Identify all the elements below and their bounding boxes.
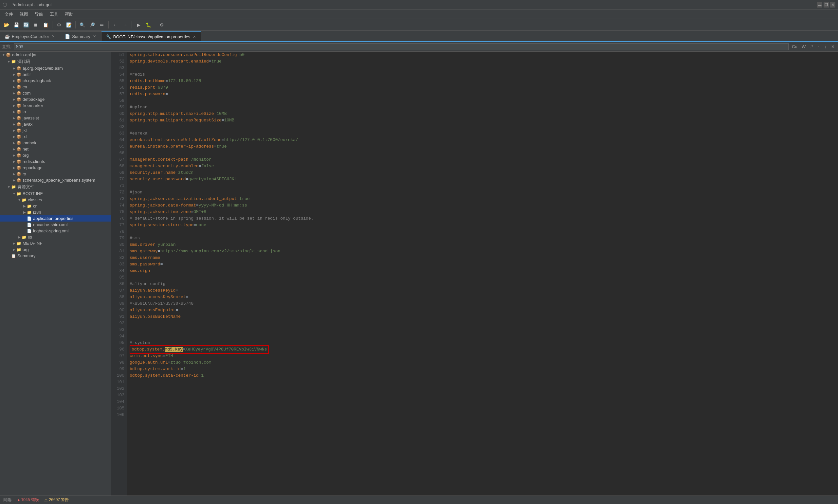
tab-bar: ☕ EmployeeController ✕ 📄 Summary ✕ 🔧 BOO… <box>0 31 838 42</box>
sidebar-item-ehcache[interactable]: ▶ 📄 ehcache-shiro.xml <box>0 221 111 228</box>
error-icon: ● <box>17 498 20 502</box>
tab-employee[interactable]: ☕ EmployeeController ✕ <box>0 32 60 41</box>
tab-summary[interactable]: 📄 Summary ✕ <box>60 32 102 41</box>
tab-summary-close[interactable]: ✕ <box>92 34 96 39</box>
menu-tools[interactable]: 工具 <box>47 10 61 19</box>
toolbar-save[interactable]: 💾 <box>12 21 20 29</box>
sidebar-item-ajorgobjectwebasm[interactable]: ▶📦aj.org.objectweb.asm <box>0 65 111 71</box>
status-warnings: ⚠ 26697 警告 <box>44 497 69 503</box>
sidebar-item-redisclients[interactable]: ▶📦redis.clients <box>0 158 111 165</box>
sidebar-item-javassist[interactable]: ▶📦javassist <box>0 115 111 121</box>
toolbar-sep-4 <box>131 21 132 29</box>
code-container[interactable]: 5152535455565758596061626364656667686970… <box>111 52 838 496</box>
line-number-85: 85 <box>114 274 124 281</box>
toolbar-run[interactable]: ▶ <box>134 21 143 29</box>
line-number-87: 87 <box>114 287 124 294</box>
close-button[interactable]: ✕ <box>830 2 835 7</box>
resources-icon: 📁 <box>11 184 16 189</box>
sidebar-item-net[interactable]: ▶📦net <box>0 146 111 152</box>
toolbar-log[interactable]: 📋 <box>41 21 50 29</box>
code-line-69: security.user.name=ztuoCn <box>130 169 838 176</box>
sidebar-section-resources[interactable]: ▼ 📁 资源文件 <box>0 183 111 191</box>
sidebar-item-rx[interactable]: ▶📦rx <box>0 171 111 177</box>
sidebar-item-summary[interactable]: ▶ 📋 Summary <box>0 253 111 259</box>
minimize-button[interactable]: — <box>817 2 822 7</box>
sidebar-item-lombok[interactable]: ▶📦lombok <box>0 140 111 146</box>
code-line-81: sms.gateway=https://sms.yunpian.com/v2/s… <box>130 248 838 255</box>
sidebar-item-chqoslogback[interactable]: ▶📦ch.qos.logback <box>0 77 111 84</box>
title-bar-controls[interactable]: — ❐ ✕ <box>817 2 835 7</box>
menu-file[interactable]: 文件 <box>1 10 16 19</box>
toolbar-searchprev[interactable]: ⬅ <box>97 21 106 29</box>
sidebar-item-classes-cn[interactable]: ▶ 📁 cn <box>0 203 111 209</box>
sidebar-item-classes[interactable]: ▼ 📁 classes <box>0 197 111 203</box>
toolbar-stop[interactable]: ⏹ <box>32 21 40 29</box>
sidebar-item-appprops[interactable]: ▶ 📄 application.properties <box>0 215 111 221</box>
code-line-74: spring.jackson.date-format=yyyy-MM-dd HH… <box>130 202 838 209</box>
search-close-btn[interactable]: ✕ <box>830 43 836 50</box>
search-word-btn[interactable]: W <box>800 43 807 50</box>
code-line-56: redis.port=6379 <box>130 85 838 91</box>
search-input[interactable] <box>14 43 789 50</box>
line-number-93: 93 <box>114 327 124 333</box>
line-number-58: 58 <box>114 97 124 104</box>
sidebar-item-jxl[interactable]: ▶📦jxl <box>0 133 111 140</box>
toolbar-searchnext[interactable]: 🔎 <box>88 21 96 29</box>
toolbar-settings[interactable]: ⚙ <box>158 21 166 29</box>
status-errors: ● 1045 错误 <box>17 497 39 503</box>
line-number-102: 102 <box>114 385 124 392</box>
sidebar-item-freemarker[interactable]: ▶📦freemarker <box>0 103 111 109</box>
maximize-button[interactable]: ❐ <box>824 2 829 7</box>
sidebar-section-sourcecode[interactable]: ▼ 📁 源代码 <box>0 58 111 65</box>
code-line-96: bdtop.system.md5.key=XeHGyeyrVgOV4P8Uf70… <box>130 346 838 353</box>
sidebar-item-repackage[interactable]: ▶📦repackage <box>0 165 111 171</box>
sidebar-item-bootinf[interactable]: ▼ 📁 BOOT-INF <box>0 191 111 197</box>
sidebar-item-logback[interactable]: ▶ 📄 logback-spring.xml <box>0 228 111 234</box>
line-number-62: 62 <box>114 124 124 130</box>
menu-navigate[interactable]: 导航 <box>32 10 47 19</box>
search-regex-btn[interactable]: .* <box>809 43 815 50</box>
sidebar-item-com[interactable]: ▶📦com <box>0 90 111 96</box>
sidebar-item-classes-i18n[interactable]: ▶ 📁 i18n <box>0 209 111 215</box>
sidebar-item-org[interactable]: ▶📦org <box>0 152 111 158</box>
toolbar-smali[interactable]: 📝 <box>65 21 73 29</box>
sidebar: ▼ 📦 admin-api.jar ▼ 📁 源代码 ▶📦aj.org.objec… <box>0 52 111 496</box>
menu-help[interactable]: 帮助 <box>61 10 76 19</box>
sidebar-item-lib[interactable]: ▶ 📁 lib <box>0 234 111 240</box>
sidebar-item-jkl[interactable]: ▶📦jkl <box>0 127 111 133</box>
toolbar-decompile[interactable]: ⚙ <box>55 21 63 29</box>
line-number-60: 60 <box>114 111 124 117</box>
line-number-74: 74 <box>114 202 124 209</box>
code-line-55: redis.hostName=172.16.80.128 <box>130 78 838 85</box>
code-line-66 <box>130 150 838 157</box>
line-number-72: 72 <box>114 189 124 196</box>
sidebar-item-io[interactable]: ▶📦io <box>0 109 111 115</box>
sidebar-item-javax[interactable]: ▶📦javax <box>0 121 111 127</box>
sidebar-item-antlr[interactable]: ▶📦antlr <box>0 71 111 77</box>
line-number-88: 88 <box>114 294 124 301</box>
toolbar-open[interactable]: 📂 <box>2 21 11 29</box>
search-prev-btn[interactable]: ↑ <box>816 43 821 50</box>
title-bar-title: *admin-api - jadx-gui <box>13 2 51 7</box>
search-next-btn[interactable]: ↓ <box>823 43 828 50</box>
sidebar-item-defpackage[interactable]: ▶📦defpackage <box>0 96 111 103</box>
tab-employee-close[interactable]: ✕ <box>51 34 55 39</box>
toolbar-reload[interactable]: 🔄 <box>22 21 30 29</box>
toolbar-back[interactable]: ← <box>111 21 120 29</box>
sidebar-root[interactable]: ▼ 📦 admin-api.jar <box>0 52 111 58</box>
tab-employee-icon: ☕ <box>4 34 10 39</box>
tab-appprops-close[interactable]: ✕ <box>192 34 196 39</box>
sourcecode-arrow: ▼ <box>6 60 11 64</box>
sidebar-item-metainf[interactable]: ▶ 📁 META-INF <box>0 240 111 247</box>
sidebar-item-cn[interactable]: ▶📦cn <box>0 84 111 90</box>
sidebar-item-schemaorg[interactable]: ▶📦schemaorg_apache_xmlbeans.system <box>0 177 111 183</box>
toolbar-search[interactable]: 🔍 <box>78 21 86 29</box>
toolbar-forward[interactable]: → <box>121 21 129 29</box>
tab-appprops[interactable]: 🔧 BOOT-INF/classes/application.propertie… <box>102 32 202 41</box>
line-numbers: 5152535455565758596061626364656667686970… <box>111 52 127 496</box>
sidebar-item-res-org[interactable]: ▶ 📁 org <box>0 247 111 253</box>
toolbar-debug[interactable]: 🐛 <box>144 21 153 29</box>
search-case-btn[interactable]: Cc <box>790 43 798 50</box>
menu-view[interactable]: 视图 <box>16 10 32 19</box>
line-number-82: 82 <box>114 255 124 261</box>
